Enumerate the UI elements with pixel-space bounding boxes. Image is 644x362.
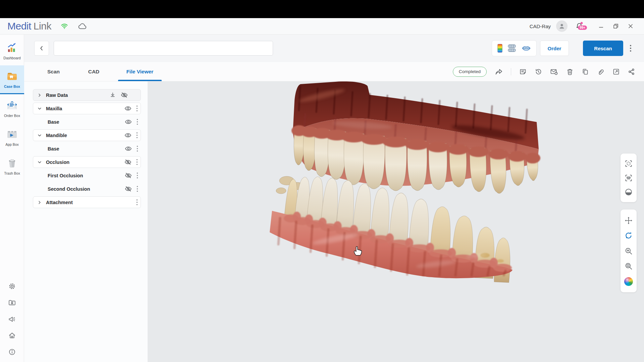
app-box-icon <box>6 128 18 140</box>
wifi-icon[interactable] <box>60 22 69 31</box>
notifications-button[interactable]: 99+ <box>575 22 584 31</box>
tree-row-label: Occlusion <box>46 160 69 165</box>
sidebar-item-case-box[interactable]: Case Box <box>0 65 24 94</box>
tab-cad[interactable]: CAD <box>78 62 110 81</box>
minimize-button[interactable] <box>594 20 608 32</box>
tree-row-second-occlusion[interactable]: Second Occlusion <box>33 183 141 195</box>
visibility-off-icon[interactable] <box>125 185 132 192</box>
scan-data-group <box>492 40 537 56</box>
back-button[interactable] <box>34 41 49 56</box>
kebab-menu-icon[interactable] <box>136 199 138 205</box>
attachment-icon[interactable] <box>597 68 604 75</box>
sidebar-label: App Box <box>5 142 19 146</box>
letterbox-bar <box>0 0 644 18</box>
chevron-right-icon[interactable] <box>37 200 43 205</box>
case-box-icon <box>6 70 18 82</box>
tree-row-label: Mandible <box>46 133 67 138</box>
kebab-menu-icon[interactable] <box>137 119 138 125</box>
visibility-on-icon[interactable] <box>125 118 132 125</box>
shade-icon[interactable] <box>624 188 633 196</box>
kebab-menu-icon[interactable] <box>137 172 138 179</box>
kebab-menu-icon[interactable] <box>137 145 138 152</box>
cloud-icon[interactable] <box>77 22 88 31</box>
copy-icon[interactable] <box>582 68 589 75</box>
sidebar-item-dashboard[interactable]: Dashboard <box>0 37 24 65</box>
order-button[interactable]: Order <box>540 41 569 56</box>
tree-row-mandible-base[interactable]: Base <box>33 143 141 155</box>
download-icon[interactable] <box>109 92 116 99</box>
chevron-down-icon[interactable] <box>37 106 43 111</box>
zoom-region-icon[interactable] <box>624 262 633 270</box>
divider <box>511 68 511 75</box>
user-name: CAD-Ray <box>530 23 551 29</box>
sidebar-item-trash-box[interactable]: Trash Box <box>0 152 24 181</box>
home-icon[interactable] <box>8 331 16 340</box>
brand-medit: Medit <box>7 20 31 32</box>
kebab-menu-icon[interactable] <box>137 186 138 192</box>
case-toolbar: Order Rescan <box>24 35 644 62</box>
chevron-down-icon[interactable] <box>37 160 43 165</box>
3d-viewport[interactable] <box>148 81 644 362</box>
visibility-off-icon[interactable] <box>124 159 131 166</box>
kebab-menu-icon[interactable] <box>136 132 138 138</box>
trash-box-icon <box>6 157 18 169</box>
tab-file-viewer[interactable]: File Viewer <box>118 62 162 81</box>
visibility-on-icon[interactable] <box>124 132 131 139</box>
pan-icon[interactable] <box>624 216 633 225</box>
megaphone-icon[interactable] <box>8 315 16 323</box>
tree-row-attachment[interactable]: Attachment <box>33 196 141 208</box>
colormap-icon[interactable] <box>497 44 502 53</box>
tree-row-label: Raw Data <box>46 93 68 98</box>
memo-icon[interactable] <box>519 68 527 75</box>
mail-question-icon[interactable]: ? <box>550 68 558 75</box>
tree-row-mandible[interactable]: Mandible <box>33 129 141 141</box>
more-options-kebab-icon[interactable] <box>626 41 635 56</box>
dental-scan-model <box>148 81 644 362</box>
tree-row-first-occlusion[interactable]: First Occlusion <box>33 170 141 181</box>
restore-button[interactable] <box>608 20 623 32</box>
model-tree-panel: Raw Data <box>24 81 148 362</box>
rotate-icon[interactable] <box>624 231 633 240</box>
gear-icon[interactable] <box>8 282 16 290</box>
visibility-on-icon[interactable] <box>124 105 131 112</box>
history-icon[interactable] <box>535 68 542 75</box>
delete-icon[interactable] <box>566 68 574 75</box>
occlusion-icon[interactable] <box>521 44 531 53</box>
kebab-menu-icon[interactable] <box>136 159 138 165</box>
dashboard-icon <box>6 42 18 54</box>
zoom-in-icon[interactable] <box>624 247 633 255</box>
case-actions: Completed <box>453 62 644 81</box>
visibility-off-icon[interactable] <box>125 172 132 179</box>
tree-row-occlusion[interactable]: Occlusion <box>33 156 141 168</box>
export-icon[interactable] <box>612 68 620 75</box>
forward-icon[interactable] <box>495 68 503 75</box>
focus-model-icon[interactable] <box>624 159 633 168</box>
folder-user-icon[interactable] <box>8 299 16 307</box>
visibility-on-icon[interactable] <box>125 145 132 152</box>
chevron-down-icon[interactable] <box>37 133 43 138</box>
sidebar-item-app-box[interactable]: App Box <box>0 123 24 152</box>
sidebar-item-order-box[interactable]: Order Box <box>0 94 24 123</box>
tree-row-maxilla[interactable]: Maxilla <box>33 103 141 114</box>
order-box-icon <box>6 100 18 112</box>
chevron-right-icon[interactable] <box>37 93 43 98</box>
color-sphere-icon[interactable] <box>624 277 633 286</box>
close-button[interactable] <box>623 20 638 32</box>
tree-row-raw-data[interactable]: Raw Data <box>33 89 141 101</box>
case-search-input[interactable] <box>54 41 273 56</box>
focus-scan-icon[interactable] <box>624 174 633 182</box>
tree-row-label: Base <box>48 146 59 152</box>
medit-link-window: Medit Link CAD-Ray 99+ <box>0 0 644 362</box>
tree-row-label: Base <box>48 119 59 125</box>
tab-scan[interactable]: Scan <box>38 62 69 81</box>
jaws-icon[interactable] <box>507 44 517 53</box>
kebab-menu-icon[interactable] <box>136 105 138 112</box>
info-icon[interactable] <box>8 348 16 356</box>
avatar[interactable] <box>556 20 568 32</box>
tree-row-maxilla-base[interactable]: Base <box>33 116 141 128</box>
sidebar-label: Order Box <box>4 114 20 118</box>
tree-row-label: Maxilla <box>46 106 62 111</box>
rescan-button[interactable]: Rescan <box>583 41 623 56</box>
share-icon[interactable] <box>628 68 635 75</box>
visibility-off-icon[interactable] <box>121 92 128 99</box>
